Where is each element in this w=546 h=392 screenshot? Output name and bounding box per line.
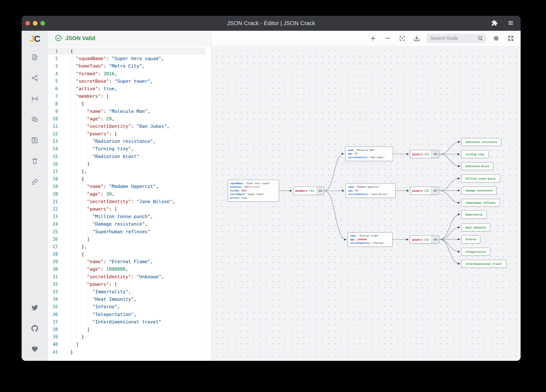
graph-node-l1[interactable]: Radiation resistance	[462, 138, 501, 146]
graph-node-l5[interactable]: Damage resistance	[461, 187, 497, 194]
editor-scrollbar[interactable]	[205, 46, 211, 361]
menu-button[interactable]	[506, 19, 515, 28]
graph-node-p1[interactable]: powers(3)	[410, 150, 439, 158]
main-content: JC JSON Valid 1{2 "squadName": "Super he…	[22, 31, 521, 361]
line-number: 34	[48, 296, 62, 303]
graph-node-l7[interactable]: Immortality	[461, 210, 487, 219]
edge-m1-p1	[393, 154, 409, 154]
copy-button[interactable]	[30, 114, 40, 125]
indent-guide	[70, 220, 71, 228]
graph-node-m3[interactable]: name: "Eternal Flame"age: 1000000secretI…	[348, 232, 392, 247]
save-button[interactable]	[30, 135, 40, 145]
fullscreen-button[interactable]	[506, 34, 515, 43]
graph-node-l11[interactable]: Interdimensional travel	[461, 260, 507, 268]
code-text: "powers": [	[62, 205, 117, 213]
github-button[interactable]	[30, 323, 40, 333]
twitter-button[interactable]	[30, 303, 40, 313]
link-icon	[31, 178, 38, 185]
indent-guide	[81, 220, 82, 228]
indent-guide	[70, 311, 71, 318]
zoom-out-icon	[384, 35, 391, 42]
search-node-input[interactable]	[430, 36, 478, 41]
jsoncrack-logo[interactable]: JC	[30, 34, 40, 44]
settings-button[interactable]	[492, 34, 501, 43]
indent-guide	[70, 326, 71, 333]
graph-node-root[interactable]: squadName: "Super hero squad"homeTown: "…	[228, 180, 279, 202]
code-line: 37 "Interdimensional travel"	[48, 318, 211, 326]
code-line: 26 ]	[48, 235, 211, 243]
code-text: "name": "Molecule Man",	[62, 108, 150, 115]
indent-guide	[70, 160, 71, 168]
collapse-link-icon[interactable]	[431, 187, 439, 195]
sidebar-divider	[29, 46, 41, 46]
node-row-secretIdentity: secretIdentity: "Dan Jukes"	[348, 156, 390, 159]
focus-button[interactable]	[397, 34, 407, 43]
indent-guide	[81, 145, 82, 152]
puzzle-extension-icon	[491, 20, 498, 27]
code-editor[interactable]: 1{2 "squadName": "Super hero squad",3 "h…	[48, 46, 211, 361]
collapse-link-icon[interactable]	[431, 236, 439, 243]
graph-node-l8[interactable]: Heat Immunity	[461, 223, 490, 231]
graph-node-p3[interactable]: powers(5)	[410, 235, 439, 244]
graph-node-l10[interactable]: Teleportation	[461, 248, 490, 256]
indent-guide	[70, 250, 71, 258]
edge-members-m2	[324, 191, 344, 191]
code-line: 19 "name": "Madame Uppercut",	[48, 183, 211, 190]
graph-node-l3[interactable]: Radiation blast	[462, 162, 493, 170]
indent-guide	[81, 213, 82, 220]
edge-p3-l8	[439, 228, 460, 240]
collapse-link-icon[interactable]	[431, 150, 439, 158]
indent-guide	[81, 153, 82, 160]
line-number: 3	[48, 62, 62, 70]
edge-p2-l6	[439, 191, 460, 203]
line-number: 2	[48, 55, 62, 62]
code-line: 7 "members": [	[48, 93, 211, 100]
code-line: 38 ]	[48, 326, 211, 333]
heart-button[interactable]	[30, 344, 40, 354]
graph-canvas[interactable]: squadName: "Super hero squad"homeTown: "…	[211, 46, 521, 361]
zoom-in-button[interactable]	[368, 34, 377, 43]
leaf-node-text: Immortality	[466, 213, 483, 216]
indent-guide	[81, 273, 82, 281]
line-number: 37	[48, 318, 62, 326]
code-text: "Radiation resistance",	[62, 138, 156, 145]
code-line: 11 "secretIdentity": "Dan Jukes",	[48, 123, 211, 130]
code-text: "formed": 2016,	[62, 70, 117, 77]
code-line: 32 "powers": [	[48, 281, 211, 288]
copy-icon	[31, 116, 38, 123]
share-nodes-button[interactable]	[30, 73, 40, 83]
graph-node-l2[interactable]: Turning tiny	[461, 150, 488, 158]
file-plus-button[interactable]	[30, 52, 40, 62]
graph-node-l9[interactable]: Inferno	[461, 235, 480, 243]
line-number: 10	[48, 115, 62, 123]
graph-node-l6[interactable]: Superhuman reflexes	[461, 199, 500, 207]
collapse-link-icon[interactable]	[316, 187, 324, 195]
code-line: 40 ]	[48, 341, 211, 348]
graph-toolbar	[211, 31, 521, 46]
fullscreen-icon	[507, 35, 514, 42]
graph-panel: squadName: "Super hero squad"homeTown: "…	[211, 31, 521, 361]
indent-guide	[70, 175, 71, 183]
download-button[interactable]	[412, 34, 421, 43]
indent-guide	[81, 160, 82, 168]
zoom-out-button[interactable]	[383, 34, 392, 43]
code-line: 3 "homeTown": "Metro City",	[48, 62, 211, 70]
fold-icon	[31, 95, 38, 102]
graph-node-l4[interactable]: Million tonne punch	[461, 175, 500, 183]
indent-guide	[87, 311, 87, 318]
trash-button[interactable]	[30, 156, 40, 166]
graph-node-members[interactable]: members(3)	[293, 187, 324, 195]
indent-guide	[81, 288, 82, 296]
line-number: 12	[48, 130, 62, 138]
sidebar: JC	[22, 31, 48, 361]
line-number: 4	[48, 70, 62, 77]
graph-node-m2[interactable]: name: "Madame Uppercut"age: 39secretIden…	[346, 183, 396, 198]
indent-guide	[70, 303, 71, 310]
extension-button[interactable]	[490, 19, 499, 28]
graph-node-p2[interactable]: powers(3)	[410, 187, 439, 195]
line-number: 20	[48, 190, 62, 198]
link-button[interactable]	[30, 177, 40, 187]
fold-button[interactable]	[30, 94, 40, 104]
indent-guide	[87, 228, 87, 235]
graph-node-m1[interactable]: name: "Molecule Man"age: 29secretIdentit…	[345, 146, 393, 161]
